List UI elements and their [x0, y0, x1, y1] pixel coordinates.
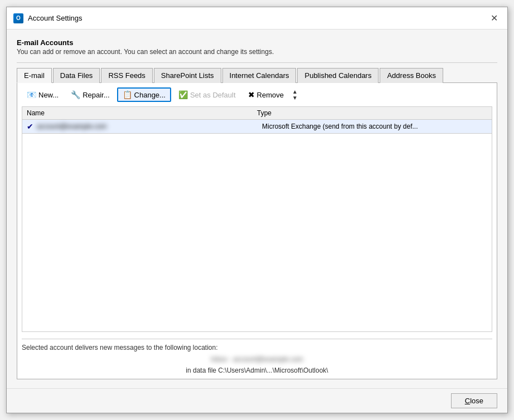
header-divider [17, 62, 497, 63]
tab-rss-feeds[interactable]: RSS Feeds [101, 68, 152, 83]
accounts-table: Name Type ✔ account@example.com Microsof… [22, 106, 492, 332]
change-icon: 📋 [123, 90, 132, 99]
repair-button[interactable]: 🔧 Repair... [66, 88, 114, 101]
dialog-body: E-mail Accounts You can add or remove an… [7, 30, 507, 388]
remove-icon: ✖ [248, 90, 255, 99]
footer-label: Selected account delivers new messages t… [22, 344, 492, 351]
email-tab-panel: 📧 New... 🔧 Repair... 📋 Change... ✅ Set a… [17, 82, 497, 379]
account-settings-dialog: O Account Settings ✕ E-mail Accounts You… [6, 7, 508, 413]
account-type: Microsoft Exchange (send from this accou… [262, 123, 487, 130]
change-button[interactable]: 📋 Change... [117, 87, 171, 102]
tab-address-books[interactable]: Address Books [380, 68, 443, 83]
section-title: E-mail Accounts [17, 38, 497, 47]
account-name: account@example.com [37, 123, 262, 130]
col-name-header: Name [27, 109, 257, 117]
new-icon: 📧 [27, 90, 36, 99]
close-underline-letter: C [465, 397, 470, 405]
section-description: You can add or remove an account. You ca… [17, 48, 497, 56]
tab-sharepoint-lists[interactable]: SharePoint Lists [154, 68, 221, 83]
bottom-bar: Close [7, 388, 507, 413]
tab-bar: E-mail Data Files RSS Feeds SharePoint L… [17, 67, 497, 82]
move-arrows: ▲ ▼ [292, 89, 298, 101]
col-type-header: Type [257, 109, 487, 117]
account-check-icon: ✔ [27, 122, 33, 131]
tab-internet-calendars[interactable]: Internet Calendars [222, 68, 297, 83]
set-default-icon: ✅ [178, 90, 188, 99]
footer-location: Inbox - account@example.com [211, 355, 303, 363]
tab-email[interactable]: E-mail [17, 68, 52, 83]
title-bar-left: O Account Settings [13, 13, 83, 23]
table-header: Name Type [22, 107, 492, 120]
move-up-arrow[interactable]: ▲ [292, 89, 298, 95]
close-rest-label: lose [470, 397, 483, 405]
table-row[interactable]: ✔ account@example.com Microsoft Exchange… [22, 120, 492, 134]
new-button[interactable]: 📧 New... [22, 88, 64, 101]
tab-data-files[interactable]: Data Files [53, 68, 100, 83]
app-icon: O [13, 13, 23, 23]
repair-icon: 🔧 [71, 90, 80, 99]
close-dialog-button[interactable]: Close [451, 393, 497, 408]
remove-button[interactable]: ✖ Remove [243, 88, 289, 101]
table-body: ✔ account@example.com Microsoft Exchange… [22, 120, 492, 331]
dialog-title: Account Settings [28, 14, 83, 22]
window-close-button[interactable]: ✕ [487, 12, 501, 25]
set-default-button[interactable]: ✅ Set as Default [173, 88, 241, 101]
title-bar: O Account Settings ✕ [7, 7, 507, 30]
footer-path: in data file C:\Users\Admin\...\Microsof… [22, 367, 492, 374]
account-toolbar: 📧 New... 🔧 Repair... 📋 Change... ✅ Set a… [22, 87, 492, 102]
move-down-arrow[interactable]: ▼ [292, 95, 298, 101]
footer-section: Selected account delivers new messages t… [22, 339, 492, 374]
tab-published-calendars[interactable]: Published Calendars [297, 68, 379, 83]
